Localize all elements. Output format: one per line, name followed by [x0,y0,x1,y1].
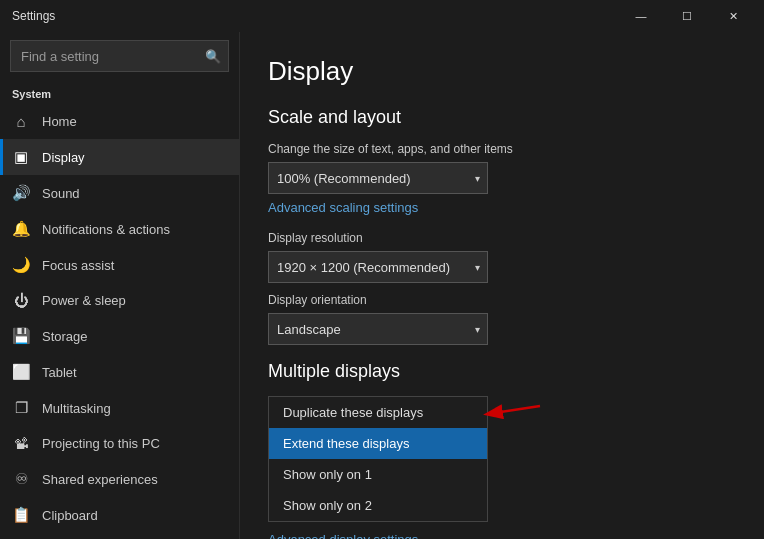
power-icon: ⏻ [12,292,30,309]
sidebar-item-projecting[interactable]: 📽 Projecting to this PC [0,426,239,461]
scale-select[interactable]: 100% (Recommended) 125% 150% 175% [268,162,488,194]
sidebar-item-storage[interactable]: 💾 Storage [0,318,239,354]
sidebar-item-label: Notifications & actions [42,222,170,237]
multiple-displays-extend[interactable]: Extend these displays [269,428,487,459]
sidebar-item-multitasking[interactable]: ❐ Multitasking [0,390,239,426]
search-icon: 🔍 [205,49,221,64]
sidebar: 🔍 System ⌂ Home ▣ Display 🔊 Sound 🔔 Noti… [0,32,240,539]
links-section: Advanced display settings Graphics setti… [268,532,736,539]
sidebar-item-label: Focus assist [42,258,114,273]
home-icon: ⌂ [12,113,30,130]
sidebar-item-clipboard[interactable]: 📋 Clipboard [0,497,239,533]
multiple-displays-dropdown: Duplicate these displays Extend these di… [268,396,488,522]
focus-assist-icon: 🌙 [12,256,30,274]
multitasking-icon: ❐ [12,399,30,417]
orientation-dropdown-wrap: Landscape Portrait Landscape (flipped) P… [268,313,736,345]
multiple-displays-show1[interactable]: Show only on 1 [269,459,487,490]
page-title: Display [268,56,736,87]
scale-select-wrapper: 100% (Recommended) 125% 150% 175% ▾ [268,162,488,194]
content-area: Display Scale and layout Change the size… [240,32,764,539]
sidebar-item-label: Clipboard [42,508,98,523]
scale-layout-title: Scale and layout [268,107,736,128]
app-container: 🔍 System ⌂ Home ▣ Display 🔊 Sound 🔔 Noti… [0,32,764,539]
resolution-select-wrapper: 1920 × 1200 (Recommended) 1920 × 1080 16… [268,251,488,283]
notifications-icon: 🔔 [12,220,30,238]
storage-icon: 💾 [12,327,30,345]
clipboard-icon: 📋 [12,506,30,524]
multiple-displays-menu-container: Duplicate these displays Extend these di… [268,396,488,522]
tablet-icon: ⬜ [12,363,30,381]
maximize-button[interactable]: ☐ [664,0,710,32]
sidebar-item-label: Home [42,114,77,129]
svg-line-1 [488,406,540,414]
resolution-dropdown-wrap: 1920 × 1200 (Recommended) 1920 × 1080 16… [268,251,736,283]
sound-icon: 🔊 [12,184,30,202]
sidebar-item-sound[interactable]: 🔊 Sound [0,175,239,211]
advanced-scaling-link[interactable]: Advanced scaling settings [268,200,418,215]
sidebar-item-shared[interactable]: ♾ Shared experiences [0,461,239,497]
orientation-label: Display orientation [268,293,736,307]
sidebar-item-label: Sound [42,186,80,201]
titlebar: Settings — ☐ ✕ [0,0,764,32]
window-controls: — ☐ ✕ [618,0,756,32]
sidebar-item-label: Power & sleep [42,293,126,308]
sidebar-item-tablet[interactable]: ⬜ Tablet [0,354,239,390]
sidebar-item-label: Multitasking [42,401,111,416]
multiple-displays-section: Multiple displays Duplicate these displa… [268,361,736,522]
multiple-displays-duplicate[interactable]: Duplicate these displays [269,397,487,428]
sidebar-item-power-sleep[interactable]: ⏻ Power & sleep [0,283,239,318]
multiple-displays-show2[interactable]: Show only on 2 [269,490,487,521]
resolution-label: Display resolution [268,231,736,245]
sidebar-item-label: Tablet [42,365,77,380]
app-title: Settings [12,9,55,23]
scale-dropdown-wrap: 100% (Recommended) 125% 150% 175% ▾ [268,162,736,194]
sidebar-item-label: Projecting to this PC [42,436,160,451]
shared-icon: ♾ [12,470,30,488]
multiple-displays-title: Multiple displays [268,361,736,382]
scale-label: Change the size of text, apps, and other… [268,142,736,156]
resolution-select[interactable]: 1920 × 1200 (Recommended) 1920 × 1080 16… [268,251,488,283]
orientation-select[interactable]: Landscape Portrait Landscape (flipped) P… [268,313,488,345]
advanced-display-link[interactable]: Advanced display settings [268,532,736,539]
search-container: 🔍 [10,40,229,72]
sidebar-section-label: System [0,80,239,104]
sidebar-item-label: Shared experiences [42,472,158,487]
sidebar-item-home[interactable]: ⌂ Home [0,104,239,139]
search-input[interactable] [10,40,229,72]
display-icon: ▣ [12,148,30,166]
minimize-button[interactable]: — [618,0,664,32]
orientation-select-wrapper: Landscape Portrait Landscape (flipped) P… [268,313,488,345]
sidebar-item-label: Display [42,150,85,165]
sidebar-item-notifications[interactable]: 🔔 Notifications & actions [0,211,239,247]
red-arrow-indicator [480,398,550,434]
sidebar-item-label: Storage [42,329,88,344]
sidebar-item-display[interactable]: ▣ Display [0,139,239,175]
projecting-icon: 📽 [12,435,30,452]
close-button[interactable]: ✕ [710,0,756,32]
sidebar-item-focus-assist[interactable]: 🌙 Focus assist [0,247,239,283]
